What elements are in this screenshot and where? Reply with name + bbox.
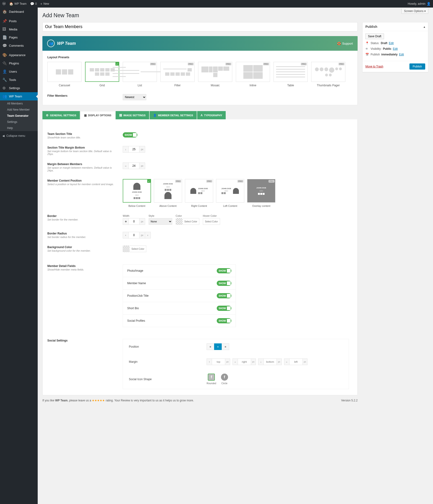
align-left-icon: ≡ [210,345,211,348]
border-style-select[interactable]: None [149,218,172,225]
settings-icon: ⚙ [2,86,7,90]
tools-icon: 🔧 [2,78,7,82]
preset-grid[interactable]: Grid [85,62,119,87]
border-radius-spinner[interactable]: ‹px› [123,232,151,238]
menu-settings[interactable]: ⚙Settings [0,84,38,92]
edit-schedule-link[interactable]: Edit [399,53,404,56]
menu-pages[interactable]: 📄Pages [0,33,38,42]
menu-tools[interactable]: 🔧Tools [0,76,38,84]
field-social: Social ProfilesSHOW [123,315,236,327]
margin-bottom-spinner[interactable]: ↓px [123,146,145,153]
field-position: Position/Job TitleSHOW [123,290,236,302]
toggle-postbox-icon[interactable]: ▴ [424,25,425,28]
edit-status-link[interactable]: Edit [389,42,394,45]
icon-shape-circle[interactable]: fCircle [221,374,228,385]
border-color-picker[interactable]: Select Color [176,218,199,225]
arrow-leftright-icon[interactable]: ↔ [123,163,129,169]
wp-logo[interactable]: ⓦ [2,2,6,6]
preset-inline[interactable]: PROInline [236,62,270,87]
cp-below[interactable]: JOHN DOECEOBelow Content [123,179,151,207]
plugins-icon: 🔌 [2,61,7,66]
menu-comments[interactable]: 💬Comments [0,42,38,50]
cp-left[interactable]: PROJOHN DOECEOLeft Content [216,179,244,207]
team-icon: 👥 [2,94,7,99]
comments-count[interactable]: 💬0 [30,2,37,6]
brand-name: WP Team [57,41,76,46]
grid-icon: ▦ [84,114,87,117]
preset-filter[interactable]: PROFilter [160,62,195,87]
field-position-toggle[interactable]: SHOW [217,293,231,298]
arrow-down-icon[interactable]: ↓ [123,146,129,152]
align-right-icon: ≡ [225,345,226,348]
tab-display[interactable]: ▦DISPLAY OPTIONS [80,111,115,119]
pos-right-button[interactable]: ≡ [222,343,229,350]
new-content[interactable]: +New [40,2,49,6]
howdy-user[interactable]: Howdy, admin👤 [408,2,431,6]
pages-icon: 📄 [2,35,7,40]
preset-carousel[interactable]: Carousel [47,62,81,87]
icon-shape-rounded[interactable]: fRounded [207,374,216,385]
menu-appearance[interactable]: 🎨Appearance [0,51,38,59]
border-width-spinner[interactable]: ✥px [123,218,145,225]
field-name-toggle[interactable]: SHOW [217,281,231,286]
menu-users[interactable]: 👤Users [0,67,38,76]
tab-typography[interactable]: ATYPOGRAPHY [197,111,226,119]
margin-right-input[interactable]: →px [233,359,256,365]
arrow-left-icon[interactable]: ‹ [123,232,129,238]
tab-image[interactable]: 🖼IMAGE SETTINGS [116,111,149,119]
submenu-help[interactable]: Help [0,125,38,131]
submenu-settings[interactable]: Settings [0,119,38,125]
save-draft-button[interactable]: Save Draft [365,34,384,39]
menu-plugins[interactable]: 🔌Plugins [0,59,38,67]
submenu-add-member[interactable]: Add New Member [0,107,38,113]
support-link[interactable]: 🛟Support [337,42,353,45]
menu-posts[interactable]: 📌Posts [0,17,38,25]
submenu-team-generator[interactable]: Team Generator [0,113,38,119]
menu-media[interactable]: 🖼Media [0,25,38,33]
pos-center-button[interactable]: ≡ [214,343,222,350]
arrow-right-icon[interactable]: › [145,232,151,238]
preset-list[interactable]: PROList [123,62,157,87]
rating-link[interactable]: ★★★★★ [92,399,105,402]
field-photo-toggle[interactable]: SHOW [217,268,231,273]
tab-general[interactable]: ⚙GENERAL SETTINGS [43,111,80,119]
support-icon: 🛟 [337,42,341,45]
collapse-menu[interactable]: ◀Collapse menu [0,132,38,139]
team-section-title-toggle[interactable]: SHOW [123,132,137,137]
admin-sidebar: 🏠Dashboard 📌Posts 🖼Media 📄Pages 💬Comment… [0,8,38,504]
pin-icon: 📍 [365,42,369,45]
menu-dashboard[interactable]: 🏠Dashboard [0,8,38,16]
move-to-trash-link[interactable]: Move to Trash [365,65,383,68]
calendar-icon: 📅 [365,53,369,56]
cp-above[interactable]: PROJOHN DOECEOAbove Content [154,179,182,207]
bg-color-picker[interactable]: Select Color [123,245,146,252]
field-social-toggle[interactable]: SHOW [217,318,231,323]
users-icon: 👤 [2,69,7,74]
screen-options-toggle[interactable]: Screen Options ▾ [401,9,428,14]
arrow-all-icon[interactable]: ✥ [123,218,129,225]
publish-button[interactable]: Publish [409,63,425,70]
preset-mosaic[interactable]: PROMosaic [198,62,232,87]
cp-right[interactable]: PROJOHN DOECEORight Content [185,179,213,207]
cp-overlay[interactable]: PROJOHN DOECEOOverlay content [247,179,275,207]
filter-members-select[interactable]: Newest [123,94,146,100]
eye-icon: 👁 [365,47,369,50]
submenu-all-members[interactable]: All Members [0,100,38,107]
field-name: Member NameSHOW [123,277,236,290]
margin-between-spinner[interactable]: ↔px [123,162,145,169]
tab-detail[interactable]: 👤MEMBER DETAIL SETTINGS [150,111,197,119]
edit-visibility-link[interactable]: Edit [393,47,398,50]
pos-left-button[interactable]: ≡ [207,343,214,350]
border-hover-color-picker[interactable]: Select Color [203,218,220,225]
menu-wpteam[interactable]: 👥WP Team [0,92,38,100]
site-name[interactable]: 🏠WP Team [9,2,27,6]
team-title-input[interactable] [43,22,358,31]
appearance-icon: 🎨 [2,53,7,57]
margin-left-input[interactable]: ←px [284,359,308,365]
margin-bottom-input[interactable]: ↓px [258,359,282,365]
field-bio-toggle[interactable]: SHOW [217,306,231,311]
preset-table[interactable]: PROTable [274,62,308,87]
footer-version: Version 5.2.2 [341,399,358,402]
preset-thumbnails-pager[interactable]: PROThumbnails Pager [311,62,345,87]
margin-top-input[interactable]: ↑px [207,359,230,365]
